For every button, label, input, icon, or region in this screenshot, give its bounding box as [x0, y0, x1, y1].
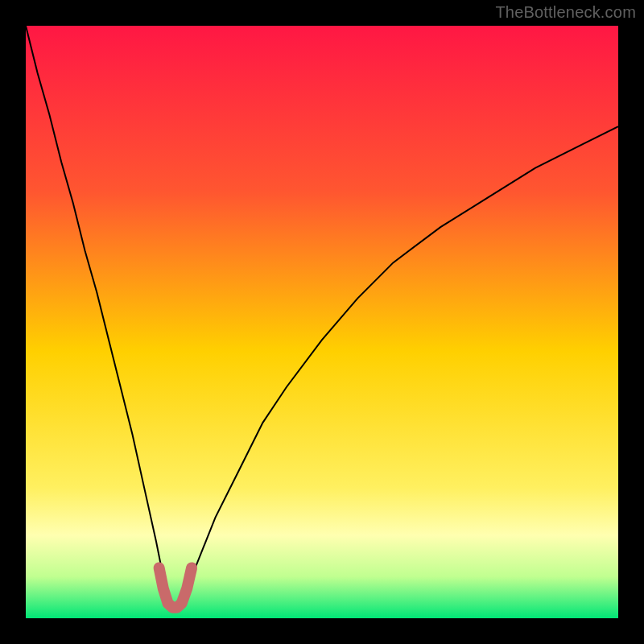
gradient-background: [26, 26, 618, 618]
watermark-text: TheBottleneck.com: [495, 3, 636, 22]
plot-area: [26, 26, 618, 618]
plot-svg: [26, 26, 618, 618]
chart-frame: TheBottleneck.com: [0, 0, 644, 644]
